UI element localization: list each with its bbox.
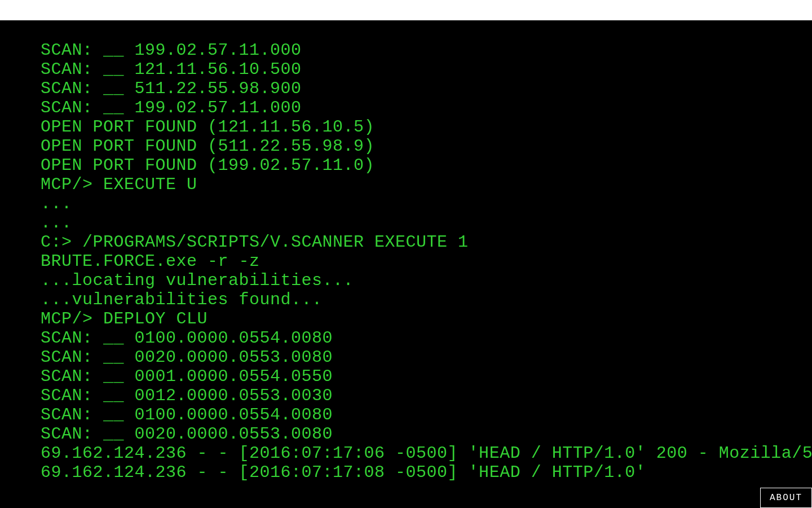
top-bar <box>0 0 812 20</box>
terminal-line: ... <box>41 213 812 233</box>
terminal-line: MCP/> EXECUTE U <box>41 175 812 194</box>
terminal-line: ...locating vulnerabilities... <box>41 271 812 290</box>
terminal-line: SCAN: __ 0020.0000.0553.0080 <box>41 424 812 444</box>
terminal-line: 69.162.124.236 - - [2016:07:17:08 -0500]… <box>41 463 812 482</box>
terminal-line: MCP/> DEPLOY CLU <box>41 309 812 329</box>
terminal-line: SCAN: __ 0001.0000.0554.0550 <box>41 367 812 386</box>
terminal-line: ... <box>41 194 812 213</box>
terminal-line: ...vulnerabilities found... <box>41 290 812 309</box>
terminal-line: SCAN: __ 511.22.55.98.900 <box>41 79 812 98</box>
terminal-line: SCAN: __ 0100.0000.0554.0080 <box>41 329 812 348</box>
terminal-line: OPEN PORT FOUND (199.02.57.11.0) <box>41 156 812 175</box>
terminal-line: 69.162.124.236 - - [2016:07:17:06 -0500]… <box>41 444 812 463</box>
terminal-line: SCAN: __ 121.11.56.10.500 <box>41 60 812 79</box>
terminal-line: SCAN: __ 199.02.57.11.000 <box>41 41 812 60</box>
terminal-line: C:> /PROGRAMS/SCRIPTS/V.SCANNER EXECUTE … <box>41 233 812 252</box>
about-button[interactable]: ABOUT <box>760 488 812 508</box>
terminal-line: BRUTE.FORCE.exe -r -z <box>41 252 812 271</box>
terminal-line: SCAN: __ 199.02.57.11.000 <box>41 98 812 117</box>
terminal-line: SCAN: __ 0100.0000.0554.0080 <box>41 405 812 424</box>
terminal-line: OPEN PORT FOUND (121.11.56.10.5) <box>41 117 812 137</box>
terminal-window: SCAN: __ 199.02.57.11.000 SCAN: __ 121.1… <box>0 20 812 508</box>
terminal-line: SCAN: __ 0012.0000.0553.0030 <box>41 386 812 405</box>
terminal-line: OPEN PORT FOUND (511.22.55.98.9) <box>41 137 812 156</box>
terminal-line: SCAN: __ 0020.0000.0553.0080 <box>41 348 812 367</box>
